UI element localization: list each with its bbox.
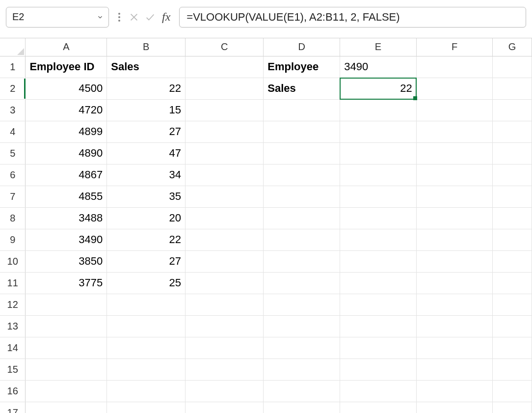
- cell-B10[interactable]: 27: [107, 250, 186, 272]
- cell-A17[interactable]: [26, 402, 107, 413]
- cell-E16[interactable]: [340, 380, 417, 402]
- cell-G16[interactable]: [493, 380, 532, 402]
- cell-C6[interactable]: [185, 164, 263, 186]
- cell-A8[interactable]: 3488: [26, 207, 107, 229]
- row-header[interactable]: 10: [0, 250, 26, 272]
- col-header-E[interactable]: E: [340, 38, 417, 56]
- cell-F15[interactable]: [416, 358, 492, 380]
- formula-input[interactable]: =VLOOKUP(VALUE(E1), A2:B11, 2, FALSE): [179, 7, 526, 28]
- cell-E8[interactable]: [340, 207, 417, 229]
- cell-G15[interactable]: [493, 358, 532, 380]
- cell-D6[interactable]: [264, 164, 340, 186]
- cell-E11[interactable]: [340, 272, 417, 294]
- cell-D1[interactable]: Employee: [264, 56, 340, 78]
- cancel-icon[interactable]: [129, 12, 139, 23]
- select-all-corner[interactable]: [0, 38, 26, 56]
- cell-B9[interactable]: 22: [107, 229, 186, 250]
- cell-E5[interactable]: [340, 142, 417, 164]
- row-header[interactable]: 4: [0, 121, 26, 142]
- cell-A5[interactable]: 4890: [26, 142, 107, 164]
- cell-D9[interactable]: [264, 229, 340, 250]
- cell-F2[interactable]: [416, 78, 492, 99]
- cell-C8[interactable]: [185, 207, 263, 229]
- row-header[interactable]: 6: [0, 164, 26, 186]
- cell-F8[interactable]: [416, 207, 492, 229]
- cell-B17[interactable]: [107, 402, 186, 413]
- cell-E3[interactable]: [340, 99, 417, 121]
- more-icon[interactable]: [115, 11, 124, 23]
- cell-D3[interactable]: [264, 99, 340, 121]
- cell-B1[interactable]: Sales: [107, 56, 186, 78]
- row-header[interactable]: 5: [0, 142, 26, 164]
- cell-C10[interactable]: [185, 250, 263, 272]
- cell-G2[interactable]: [493, 78, 532, 99]
- cell-F17[interactable]: [416, 402, 492, 413]
- cell-E6[interactable]: [340, 164, 417, 186]
- fx-icon[interactable]: fx: [161, 10, 173, 24]
- cell-C14[interactable]: [185, 337, 263, 358]
- cell-G7[interactable]: [493, 186, 532, 207]
- cell-F1[interactable]: [416, 56, 492, 78]
- cell-C13[interactable]: [185, 315, 263, 337]
- cell-E1[interactable]: 3490: [340, 56, 417, 78]
- cell-D14[interactable]: [264, 337, 340, 358]
- cell-E15[interactable]: [340, 358, 417, 380]
- cell-G13[interactable]: [493, 315, 532, 337]
- cell-F5[interactable]: [416, 142, 492, 164]
- cell-A14[interactable]: [26, 337, 107, 358]
- cell-B3[interactable]: 15: [107, 99, 186, 121]
- cell-A13[interactable]: [26, 315, 107, 337]
- cell-D8[interactable]: [264, 207, 340, 229]
- cell-F6[interactable]: [416, 164, 492, 186]
- cell-G9[interactable]: [493, 229, 532, 250]
- cell-G12[interactable]: [493, 294, 532, 315]
- cell-E7[interactable]: [340, 186, 417, 207]
- cell-A11[interactable]: 3775: [26, 272, 107, 294]
- cell-C11[interactable]: [185, 272, 263, 294]
- cell-F10[interactable]: [416, 250, 492, 272]
- cell-D10[interactable]: [264, 250, 340, 272]
- cell-F13[interactable]: [416, 315, 492, 337]
- cell-G5[interactable]: [493, 142, 532, 164]
- row-header[interactable]: 2: [0, 78, 26, 99]
- cell-D13[interactable]: [264, 315, 340, 337]
- cell-C15[interactable]: [185, 358, 263, 380]
- cell-E13[interactable]: [340, 315, 417, 337]
- cell-C17[interactable]: [185, 402, 263, 413]
- spreadsheet-grid[interactable]: A B C D E F G 1Employee IDSalesEmployee3…: [0, 38, 532, 413]
- cell-E10[interactable]: [340, 250, 417, 272]
- cell-G14[interactable]: [493, 337, 532, 358]
- row-header[interactable]: 14: [0, 337, 26, 358]
- cell-A16[interactable]: [26, 380, 107, 402]
- cell-D7[interactable]: [264, 186, 340, 207]
- col-header-G[interactable]: G: [493, 38, 532, 56]
- cell-B5[interactable]: 47: [107, 142, 186, 164]
- cell-G6[interactable]: [493, 164, 532, 186]
- enter-icon[interactable]: [144, 12, 156, 23]
- cell-A10[interactable]: 3850: [26, 250, 107, 272]
- cell-E14[interactable]: [340, 337, 417, 358]
- cell-G1[interactable]: [493, 56, 532, 78]
- cell-F3[interactable]: [416, 99, 492, 121]
- cell-A15[interactable]: [26, 358, 107, 380]
- cell-C3[interactable]: [185, 99, 263, 121]
- cell-D11[interactable]: [264, 272, 340, 294]
- row-header[interactable]: 1: [0, 56, 26, 78]
- row-header[interactable]: 7: [0, 186, 26, 207]
- cell-C7[interactable]: [185, 186, 263, 207]
- row-header[interactable]: 16: [0, 380, 26, 402]
- cell-G11[interactable]: [493, 272, 532, 294]
- cell-B8[interactable]: 20: [107, 207, 186, 229]
- col-header-F[interactable]: F: [416, 38, 492, 56]
- cell-F16[interactable]: [416, 380, 492, 402]
- cell-B7[interactable]: 35: [107, 186, 186, 207]
- cell-C9[interactable]: [185, 229, 263, 250]
- cell-G10[interactable]: [493, 250, 532, 272]
- row-header[interactable]: 15: [0, 358, 26, 380]
- cell-F9[interactable]: [416, 229, 492, 250]
- cell-A12[interactable]: [26, 294, 107, 315]
- cell-E17[interactable]: [340, 402, 417, 413]
- cell-G3[interactable]: [493, 99, 532, 121]
- cell-C4[interactable]: [185, 121, 263, 142]
- col-header-A[interactable]: A: [26, 38, 107, 56]
